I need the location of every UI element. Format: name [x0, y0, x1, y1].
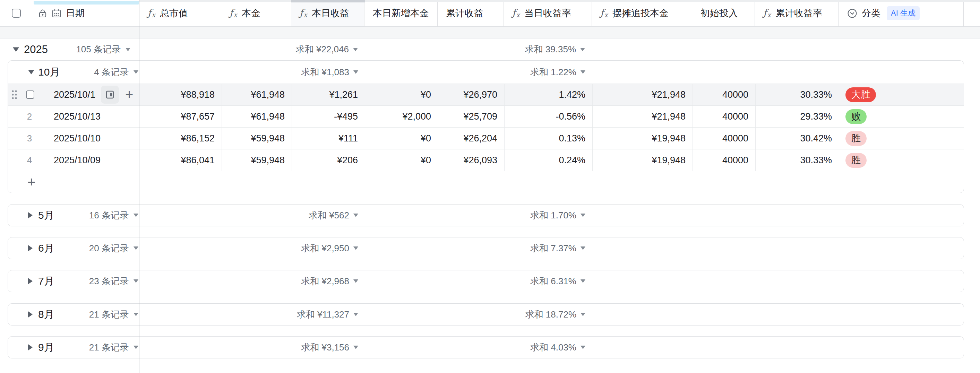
date-cell[interactable]: 2025/10/13	[54, 106, 100, 127]
table-row[interactable]: 2 2025/10/13 ¥87,657 ¥61,948 -¥495 ¥2,00…	[8, 105, 964, 127]
month-group-card-august[interactable]: 8月 21 条记录 求和 ¥11,327 求和 18.72%	[8, 303, 964, 325]
cell-cumulative-return-rate[interactable]: 29.33%	[755, 106, 839, 127]
cell-initial-investment[interactable]: 40000	[692, 84, 755, 105]
expand-arrow-icon[interactable]	[28, 311, 33, 317]
record-count-dropdown[interactable]: 105 条记录	[35, 38, 130, 60]
category-tag[interactable]: 胜	[845, 153, 867, 168]
column-header-today-profit[interactable]: ƒx 本日收益	[291, 0, 364, 27]
cell-cumulative-profit[interactable]: ¥26,204	[438, 128, 504, 149]
cell-stall-reinvest-principal[interactable]: ¥21,948	[592, 84, 692, 105]
group-row-october[interactable]: 10月 4 条记录 求和 ¥1,083 求和 1.22%	[8, 61, 964, 84]
month-group-card-june[interactable]: 6月 20 条记录 求和 ¥2,950 求和 7.37%	[8, 237, 964, 259]
cell-principal[interactable]: ¥59,948	[221, 149, 292, 171]
cell-today-new-principal[interactable]: ¥0	[365, 149, 438, 171]
expand-arrow-icon[interactable]	[28, 245, 33, 251]
cell-category[interactable]: 大胜	[839, 84, 964, 105]
group-sum-today-profit[interactable]: 求和 ¥11,327	[292, 304, 358, 325]
cell-today-new-principal[interactable]: ¥0	[365, 84, 438, 105]
month-group-card-september[interactable]: 9月 21 条记录 求和 ¥3,156 求和 4.03%	[8, 336, 964, 359]
cell-category[interactable]: 胜	[839, 128, 964, 149]
cell-principal[interactable]: ¥59,948	[221, 128, 292, 149]
column-header-today-new-principal[interactable]: 本日新增本金	[364, 0, 438, 27]
group-sum-daily-rate[interactable]: 求和 18.72%	[504, 304, 585, 325]
date-cell[interactable]: 2025/10/1	[54, 84, 95, 105]
group-sum-today-profit[interactable]: 求和 ¥22,046	[291, 38, 358, 60]
record-count-dropdown[interactable]: 21 条记录	[43, 304, 138, 325]
cell-total-market-value[interactable]: ¥88,918	[140, 84, 221, 105]
record-count-dropdown[interactable]: 23 条记录	[43, 270, 138, 292]
month-group-card-may[interactable]: 5月 16 条记录 求和 ¥562 求和 1.70%	[8, 204, 964, 226]
group-sum-today-profit[interactable]: 求和 ¥2,950	[292, 238, 358, 259]
cell-today-profit[interactable]: -¥495	[292, 106, 365, 127]
add-record-row[interactable]: +	[8, 171, 964, 193]
column-header-stall-reinvest-principal[interactable]: ƒx 摆摊追投本金	[592, 0, 692, 27]
cell-today-profit[interactable]: ¥206	[292, 149, 365, 171]
cell-category[interactable]: 败	[839, 106, 964, 127]
cell-today-new-principal[interactable]: ¥2,000	[365, 106, 438, 127]
cell-daily-return-rate[interactable]: -0.56%	[504, 106, 592, 127]
cell-total-market-value[interactable]: ¥86,041	[140, 149, 221, 171]
cell-stall-reinvest-principal[interactable]: ¥19,948	[592, 149, 692, 171]
cell-daily-return-rate[interactable]: 0.24%	[504, 149, 592, 171]
record-count-dropdown[interactable]: 20 条记录	[43, 238, 138, 259]
cell-principal[interactable]: ¥61,948	[221, 84, 292, 105]
row-checkbox[interactable]	[26, 90, 34, 99]
column-header-category[interactable]: 分类 AI 生成	[838, 0, 964, 27]
cell-cumulative-profit[interactable]: ¥25,709	[438, 106, 504, 127]
cell-cumulative-return-rate[interactable]: 30.42%	[755, 128, 839, 149]
month-group-card-july[interactable]: 7月 23 条记录 求和 ¥2,968 求和 6.31%	[8, 270, 964, 292]
cell-category[interactable]: 胜	[839, 149, 964, 171]
cell-cumulative-profit[interactable]: ¥26,970	[438, 84, 504, 105]
record-count-dropdown[interactable]: 16 条记录	[43, 205, 138, 226]
table-row[interactable]: 4 2025/10/09 ¥86,041 ¥59,948 ¥206 ¥0 ¥26…	[8, 149, 964, 171]
group-sum-daily-rate[interactable]: 求和 1.70%	[504, 205, 585, 226]
cell-initial-investment[interactable]: 40000	[692, 128, 755, 149]
cell-daily-return-rate[interactable]: 1.42%	[504, 84, 592, 105]
date-cell[interactable]: 2025/10/10	[54, 128, 100, 149]
column-header-cumulative-profit[interactable]: 累计收益	[438, 0, 504, 27]
select-all-checkbox[interactable]	[12, 9, 21, 17]
date-cell[interactable]: 2025/10/09	[54, 149, 100, 171]
group-sum-daily-rate[interactable]: 求和 7.37%	[504, 238, 585, 259]
cell-initial-investment[interactable]: 40000	[692, 106, 755, 127]
cell-cumulative-profit[interactable]: ¥26,093	[438, 149, 504, 171]
expand-arrow-icon[interactable]	[28, 278, 33, 284]
cell-today-new-principal[interactable]: ¥0	[365, 128, 438, 149]
category-tag[interactable]: 胜	[845, 131, 867, 146]
cell-today-profit[interactable]: ¥1,261	[292, 84, 365, 105]
expand-arrow-icon[interactable]	[28, 212, 33, 218]
cell-daily-return-rate[interactable]: 0.13%	[504, 128, 592, 149]
cell-cumulative-return-rate[interactable]: 30.33%	[755, 149, 839, 171]
add-record-inline-button[interactable]: +	[125, 88, 133, 102]
column-header-cumulative-return-rate[interactable]: ƒx 累计收益率	[755, 0, 838, 27]
group-sum-today-profit[interactable]: 求和 ¥2,968	[292, 270, 358, 292]
group-sum-today-profit[interactable]: 求和 ¥1,083	[292, 61, 358, 84]
cell-today-profit[interactable]: ¥111	[292, 128, 365, 149]
expand-record-button[interactable]	[101, 86, 119, 104]
column-header-principal[interactable]: ƒx 本金	[221, 0, 291, 27]
collapse-arrow-icon[interactable]	[13, 47, 19, 52]
group-sum-today-profit[interactable]: 求和 ¥3,156	[292, 336, 358, 358]
collapse-arrow-icon[interactable]	[28, 70, 34, 75]
cell-principal[interactable]: ¥61,948	[221, 106, 292, 127]
cell-total-market-value[interactable]: ¥86,152	[140, 128, 221, 149]
record-count-dropdown[interactable]: 21 条记录	[43, 336, 138, 358]
cell-stall-reinvest-principal[interactable]: ¥19,948	[592, 128, 692, 149]
cell-total-market-value[interactable]: ¥87,657	[140, 106, 221, 127]
column-header-total-market-value[interactable]: ƒx 总市值	[139, 0, 221, 27]
group-sum-daily-rate[interactable]: 求和 1.22%	[504, 61, 585, 84]
group-sum-daily-rate[interactable]: 求和 4.03%	[504, 336, 585, 358]
category-tag[interactable]: 大胜	[845, 87, 876, 102]
column-header-initial-investment[interactable]: 初始投入	[692, 0, 755, 27]
expand-arrow-icon[interactable]	[28, 344, 33, 351]
table-row[interactable]: 3 2025/10/10 ¥86,152 ¥59,948 ¥111 ¥0 ¥26…	[8, 127, 964, 149]
group-sum-today-profit[interactable]: 求和 ¥562	[292, 205, 358, 226]
cell-stall-reinvest-principal[interactable]: ¥21,948	[592, 106, 692, 127]
record-count-dropdown[interactable]: 4 条记录	[43, 61, 138, 84]
column-header-daily-return-rate[interactable]: ƒx 当日收益率	[504, 0, 592, 27]
drag-handle-icon[interactable]	[11, 89, 18, 100]
group-row-2025[interactable]: 2025 105 条记录 求和 ¥22,046 求和 39.35%	[0, 38, 980, 60]
table-row[interactable]: 2025/10/1 + ¥88,918 ¥61,948 ¥1,261 ¥0 ¥2…	[8, 84, 964, 105]
group-sum-daily-rate[interactable]: 求和 6.31%	[504, 270, 585, 292]
add-record-button[interactable]: +	[27, 175, 35, 189]
